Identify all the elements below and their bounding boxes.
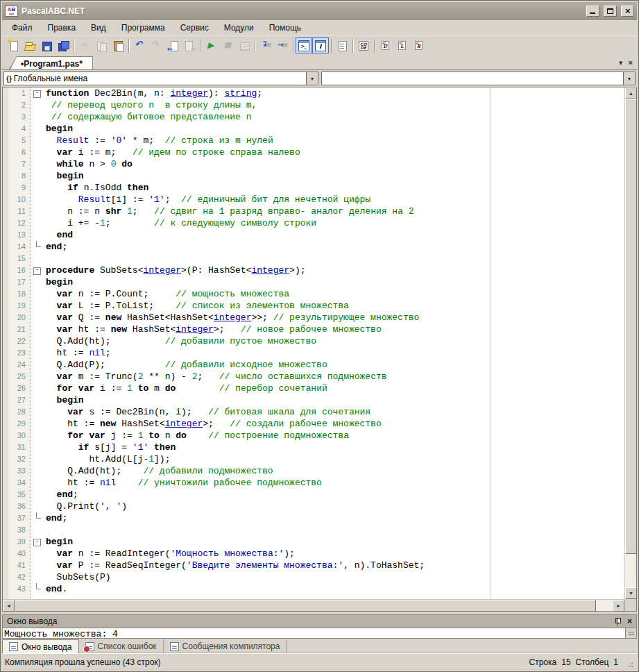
code-line[interactable]: 34 ht := nil // уничтожили рабочее подмн… bbox=[3, 477, 624, 489]
fold-start-marker[interactable] bbox=[31, 87, 44, 99]
code-line[interactable]: 9 if n.IsOdd then bbox=[3, 182, 624, 194]
pin-icon[interactable] bbox=[614, 617, 622, 625]
minimize-button[interactable] bbox=[586, 6, 599, 17]
code-line[interactable]: 40 var n := ReadInteger('Мощность множес… bbox=[3, 548, 624, 560]
code-line[interactable]: 20 var Q := new HashSet<HashSet<integer>… bbox=[3, 312, 624, 324]
code-line[interactable]: 2 // перевод целого n в строку длины m, bbox=[3, 99, 624, 111]
code-line[interactable]: 16procedure SubSets<integer>(P: HashSet<… bbox=[3, 264, 624, 276]
code-line[interactable]: 35 end; bbox=[3, 489, 624, 501]
open-file-button[interactable] bbox=[22, 37, 38, 53]
new-file-button[interactable] bbox=[5, 37, 22, 53]
code-line[interactable]: 15 bbox=[3, 253, 624, 264]
editor-surface[interactable]: 1function Dec2Bin(m, n: integer): string… bbox=[3, 87, 624, 599]
code-line[interactable]: 41 var P := ReadSeqInteger('Введите элем… bbox=[3, 560, 624, 571]
code-line[interactable]: 24 Q.Add(P); // добавили исходное множес… bbox=[3, 359, 624, 371]
format-code-button[interactable] bbox=[334, 37, 350, 53]
scroll-right-icon[interactable]: ► bbox=[613, 600, 624, 612]
menu-item-Модули[interactable]: Модули bbox=[217, 21, 261, 35]
code-line[interactable]: 33 Q.Add(ht); // добавили подмножество bbox=[3, 465, 624, 477]
horizontal-scrollbar[interactable]: ◄ ► bbox=[3, 599, 624, 611]
bottom-tab-Окно вывода[interactable]: Окно вывода bbox=[2, 639, 79, 653]
tab-close-icon[interactable]: × bbox=[629, 59, 633, 67]
run-button[interactable] bbox=[203, 37, 219, 53]
menu-item-Файл[interactable]: Файл bbox=[5, 21, 40, 35]
code-line[interactable]: 21 var ht := new HashSet<integer>; // но… bbox=[3, 324, 624, 335]
code-line[interactable]: 7 while n > 0 do bbox=[3, 158, 624, 170]
code-line[interactable]: 38 bbox=[3, 524, 624, 536]
code-line[interactable]: 23 ht := nil; bbox=[3, 347, 624, 359]
scroll-down-icon[interactable]: ▼ bbox=[625, 587, 637, 599]
output-close-icon[interactable]: × bbox=[627, 617, 632, 625]
scroll-up-icon[interactable]: ▲ bbox=[625, 87, 637, 99]
code-line[interactable]: 5 Result := '0' * m; // строка из m нуле… bbox=[3, 135, 624, 146]
code-line[interactable]: 31 if s[j] = '1' then bbox=[3, 442, 624, 453]
code-line[interactable]: 30 for var j := 1 to n do // построение … bbox=[3, 430, 624, 442]
code-line[interactable]: 10 Result[i] := '1'; // единичный бит дл… bbox=[3, 194, 624, 205]
scope-combobox-dropdown-icon[interactable]: ▼ bbox=[306, 72, 318, 85]
member-combobox[interactable]: ▼ bbox=[321, 72, 636, 85]
code-line[interactable]: 32 ht.Add(L[j-1]); bbox=[3, 453, 624, 465]
tab-program1[interactable]: •Program1.pas* bbox=[9, 56, 93, 69]
fold-margin bbox=[31, 560, 44, 571]
output-scrollbar-stub[interactable] bbox=[625, 628, 636, 638]
code-line[interactable]: 14end; bbox=[3, 241, 624, 253]
save-all-button[interactable] bbox=[55, 37, 71, 53]
bottom-tab-Сообщения компилятора[interactable]: Сообщения компилятора bbox=[164, 639, 287, 653]
vertical-scrollbar-thumb[interactable] bbox=[625, 99, 637, 554]
menu-item-Программа[interactable]: Программа bbox=[114, 21, 172, 35]
close-button[interactable] bbox=[621, 6, 634, 17]
menu-item-Помощь[interactable]: Помощь bbox=[262, 21, 308, 35]
fold-start-marker[interactable] bbox=[31, 536, 44, 548]
maximize-button[interactable] bbox=[604, 6, 617, 17]
code-line[interactable]: 18 var n := P.Count; // мощность множест… bbox=[3, 288, 624, 300]
code-line[interactable]: 4begin bbox=[3, 123, 624, 135]
menu-item-Сервис[interactable]: Сервис bbox=[173, 21, 216, 35]
code-line[interactable]: 1function Dec2Bin(m, n: integer): string… bbox=[3, 87, 624, 99]
horizontal-scrollbar-thumb[interactable] bbox=[15, 600, 596, 612]
code-line[interactable]: 37end; bbox=[3, 512, 624, 524]
vertical-scrollbar[interactable]: ▲ ▼ bbox=[624, 87, 636, 599]
page-back-button[interactable] bbox=[164, 37, 181, 53]
code-line[interactable]: 42 SubSets(P) bbox=[3, 571, 624, 583]
menu-item-Правка[interactable]: Правка bbox=[41, 21, 83, 35]
code-line[interactable]: 25 var m := Trunc(2 ** n) - 2; // число … bbox=[3, 371, 624, 383]
bottom-tab-label: Окно вывода bbox=[22, 642, 72, 652]
paste-button[interactable] bbox=[110, 37, 126, 53]
code-line[interactable]: 26 for var i := 1 to m do // перебор соч… bbox=[3, 383, 624, 394]
code-line[interactable]: 39begin bbox=[3, 536, 624, 548]
step-into-button[interactable] bbox=[274, 37, 291, 53]
doc-l-button[interactable] bbox=[393, 37, 410, 53]
code-line[interactable]: 12 i += -1; // к следующему символу стро… bbox=[3, 217, 624, 229]
code-line[interactable]: 13 end bbox=[3, 229, 624, 241]
code-line[interactable]: 29 ht := new HashSet<integer>; // создал… bbox=[3, 418, 624, 430]
resize-grip[interactable] bbox=[625, 660, 634, 669]
output-panel-body[interactable]: Мощность множества: 4 bbox=[2, 628, 637, 639]
show-console-button[interactable] bbox=[296, 37, 312, 53]
code-line[interactable]: 36 Q.Print(', ') bbox=[3, 501, 624, 512]
code-line[interactable]: 6 var i := m; // идем по строке справа н… bbox=[3, 146, 624, 158]
scope-combobox[interactable]: {} Глобальные имена ▼ bbox=[3, 72, 318, 85]
code-line[interactable]: 22 Q.Add(ht); // добавили пустое множест… bbox=[3, 335, 624, 347]
doc-d-button[interactable] bbox=[377, 37, 393, 53]
member-combobox-dropdown-icon[interactable]: ▼ bbox=[623, 72, 635, 85]
code-line[interactable]: 11 n := n shr 1; // сдвиг на 1 разряд вп… bbox=[3, 205, 624, 217]
code-line[interactable]: 27 begin bbox=[3, 394, 624, 406]
show-output-button[interactable] bbox=[312, 37, 329, 53]
code-segment-comment: // добавили подмножество bbox=[143, 466, 273, 476]
step-over-button[interactable] bbox=[257, 37, 274, 53]
code-line[interactable]: 43end. bbox=[3, 583, 624, 595]
save-button[interactable] bbox=[38, 37, 55, 53]
tab-list-chevron-icon[interactable]: ▾ bbox=[619, 59, 623, 67]
undo-button[interactable] bbox=[131, 37, 148, 53]
code-line[interactable]: 3 // содержащую битовое представление n bbox=[3, 111, 624, 123]
menu-item-Вид[interactable]: Вид bbox=[84, 21, 113, 35]
scroll-left-icon[interactable]: ◄ bbox=[3, 600, 15, 612]
code-line[interactable]: 17begin bbox=[3, 276, 624, 288]
bottom-tab-Список ошибок[interactable]: Список ошибок bbox=[79, 639, 164, 653]
code-line[interactable]: 8 begin bbox=[3, 170, 624, 182]
code-templates-button[interactable] bbox=[355, 37, 372, 53]
doc-r-button[interactable] bbox=[410, 37, 427, 53]
code-line[interactable]: 19 var L := P.ToList; // список из элеме… bbox=[3, 300, 624, 312]
code-line[interactable]: 28 var s := Dec2Bin(n, i); // битовая шк… bbox=[3, 406, 624, 418]
fold-start-marker[interactable] bbox=[31, 264, 44, 276]
